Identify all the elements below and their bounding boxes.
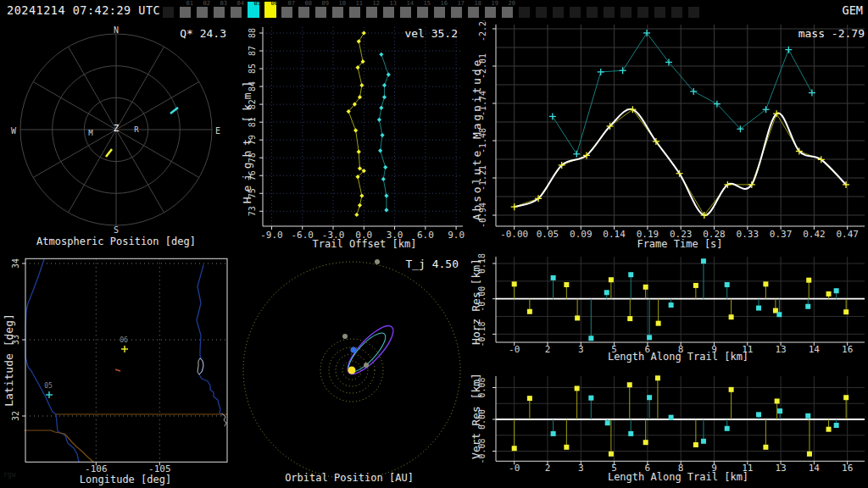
frame-cell-17[interactable]: 17 [451, 0, 468, 20]
frame-cell-02[interactable]: 02 [197, 0, 214, 20]
data-point-marker [359, 193, 364, 197]
square-marker [564, 282, 569, 287]
earth-dot [351, 347, 357, 353]
data-point-marker [379, 106, 383, 110]
square-marker [701, 258, 706, 263]
panel-horz-residuals: -0235689111314160.18-0.00-0.18 Horz Res … [466, 251, 868, 369]
tick-label: -9.0 [260, 230, 283, 241]
map-ylabel: Latitude [deg] [3, 313, 15, 407]
frame-cell-empty [570, 0, 587, 20]
square-marker [826, 291, 832, 297]
frame-box [654, 7, 665, 18]
tick-label: 0.42 [803, 229, 826, 240]
frame-cell-11[interactable]: 11 [349, 0, 366, 20]
tick-label: 73 [248, 206, 257, 216]
data-point-marker [381, 177, 386, 181]
frame-cell-05[interactable]: 05 [248, 0, 264, 20]
frame-number: 02 [203, 1, 210, 7]
ground-map-plot: -106-1053433320506 [0, 251, 237, 488]
frame-cell-06[interactable]: 06 [264, 0, 281, 20]
tick-label: 2 [545, 463, 551, 474]
square-marker [564, 445, 569, 450]
trail-xlabel: Trail Offset [km] [313, 238, 417, 250]
frame-cell-18[interactable]: 18 [468, 0, 485, 20]
frame-cell-03[interactable]: 03 [214, 0, 231, 20]
frame-box [400, 7, 411, 18]
frame-cell-12[interactable]: 12 [366, 0, 383, 20]
frame-number: 08 [305, 1, 312, 7]
square-marker [693, 442, 698, 447]
square-marker [729, 387, 734, 392]
square-marker [806, 278, 811, 283]
data-point-marker [359, 83, 364, 87]
square-marker [777, 408, 782, 413]
frame-box [502, 7, 513, 18]
square-marker [647, 335, 652, 340]
tick-label: 2 [545, 344, 551, 355]
frame-cell-13[interactable]: 13 [383, 0, 400, 20]
square-marker [843, 309, 849, 314]
velocity-value: vel 35.2 [404, 27, 458, 40]
frame-box [315, 7, 326, 18]
tick-label: 85 [248, 64, 257, 74]
panel-ground-map: -106-1053433320506 Latitude [deg] Longit… [0, 251, 237, 488]
frame-box [688, 7, 699, 18]
frame-cell-01[interactable]: 01 [180, 0, 197, 20]
square-marker [512, 281, 517, 286]
data-point-marker [378, 148, 382, 152]
square-marker [756, 306, 761, 311]
frame-cell-10[interactable]: 10 [332, 0, 349, 20]
frame-cell-09[interactable]: 09 [315, 0, 332, 20]
frame-cell-15[interactable]: 15 [417, 0, 434, 20]
frame-cell-08[interactable]: 08 [298, 0, 315, 20]
frame-number: 15 [424, 1, 431, 7]
data-point-marker [384, 193, 388, 197]
polar-spoke [33, 82, 116, 130]
data-point-marker [382, 95, 387, 99]
square-marker [655, 375, 660, 380]
frame-cell-19[interactable]: 19 [485, 0, 502, 20]
vert-ylabel: Vert Res [km] [470, 373, 482, 459]
frame-box [519, 7, 530, 18]
frame-cell-07[interactable]: 07 [281, 0, 298, 20]
frame-number: 04 [237, 1, 244, 7]
tick-label: 3 [578, 344, 584, 355]
square-marker [656, 321, 661, 326]
tick-label: 0.05 [537, 229, 559, 240]
tick-label: 34 [11, 258, 20, 269]
frame-box [587, 7, 598, 18]
frame-number: 16 [441, 1, 448, 7]
river-east [197, 265, 222, 415]
frame-cell-16[interactable]: 16 [434, 0, 451, 20]
frame-cell-14[interactable]: 14 [400, 0, 417, 20]
frame-strip: 0102030405060708091011121314151617181920 [163, 0, 705, 20]
mass-value: mass -2.79 [798, 27, 865, 40]
station-label-06: 06 [120, 336, 128, 344]
frame-box [637, 7, 648, 18]
frame-box [570, 7, 581, 18]
polar-spoke [33, 130, 116, 178]
square-marker [826, 427, 832, 432]
frame-cell-04[interactable]: 04 [231, 0, 248, 20]
data-point-marker [362, 30, 366, 35]
frame-number: 09 [322, 1, 329, 7]
app-root: 20241214 07:42:29 UTC 010203040506070809… [0, 0, 868, 488]
square-marker [643, 285, 648, 290]
square-marker [756, 412, 761, 417]
square-marker [609, 277, 614, 282]
light-curve-plot: -0.000.050.090.140.190.230.280.330.370.4… [466, 20, 868, 251]
square-marker [729, 314, 734, 319]
map-border [25, 258, 227, 462]
data-point-marker [383, 165, 387, 169]
frame-cell-empty [688, 0, 705, 20]
square-marker [763, 445, 768, 450]
square-marker [725, 426, 730, 431]
data-point-marker [382, 83, 387, 87]
square-marker [834, 423, 839, 428]
square-marker [628, 431, 633, 436]
frame-number: 01 [186, 1, 193, 7]
frame-box [553, 7, 564, 18]
frame-box [281, 7, 292, 18]
frame-cell-20[interactable]: 20 [502, 0, 519, 20]
frame-number: 13 [390, 1, 397, 7]
